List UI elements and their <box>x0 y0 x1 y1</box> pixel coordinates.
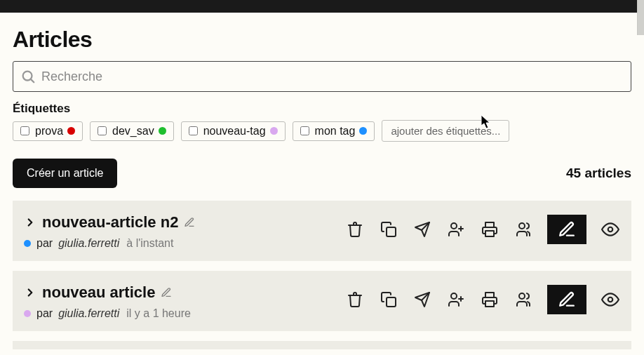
tag-color-dot <box>359 127 367 135</box>
article-card: nouveau-article n2 par giulia.ferretti à… <box>13 201 631 261</box>
tag-label: dev_sav <box>112 125 154 138</box>
timestamp: il y a 1 heure <box>126 307 191 320</box>
by-label: par <box>36 237 53 250</box>
create-article-button[interactable]: Créer un article <box>13 159 117 188</box>
edit-button[interactable] <box>547 215 586 244</box>
scrollbar[interactable] <box>637 0 644 35</box>
edit-button[interactable] <box>547 285 586 314</box>
svg-point-10 <box>608 227 613 232</box>
article-card <box>13 341 631 349</box>
article-meta: par giulia.ferretti à l'instant <box>24 237 195 250</box>
search-placeholder: Recherche <box>41 69 624 84</box>
tag-label: prova <box>35 125 63 138</box>
search-input[interactable]: Recherche <box>13 61 631 92</box>
page-title: Articles <box>13 27 631 53</box>
svg-point-14 <box>451 293 457 299</box>
add-tags-button[interactable]: ajouter des étiquettes... <box>382 120 509 142</box>
svg-point-5 <box>451 223 457 229</box>
tags-row: prova dev_sav nouveau-tag mon tag ajoute… <box>13 120 631 142</box>
delete-icon[interactable] <box>345 290 365 309</box>
author-name: giulia.ferretti <box>58 237 119 250</box>
article-card: nouveau article par giulia.ferretti il y… <box>13 271 631 331</box>
tag-color-dot <box>24 240 31 247</box>
tag-checkbox[interactable] <box>20 126 29 135</box>
tag-checkbox[interactable] <box>98 126 107 135</box>
duplicate-icon[interactable] <box>379 290 398 309</box>
send-icon[interactable] <box>412 220 432 239</box>
svg-rect-17 <box>485 301 494 307</box>
svg-rect-11 <box>387 297 396 307</box>
tag-chip-nouveau-tag[interactable]: nouveau-tag <box>181 121 286 141</box>
print-icon[interactable] <box>480 290 499 309</box>
article-title[interactable]: nouveau article <box>42 283 155 302</box>
svg-point-18 <box>519 293 525 299</box>
edit-title-icon[interactable] <box>184 217 195 228</box>
article-actions <box>345 283 620 314</box>
delete-icon[interactable] <box>345 220 365 239</box>
article-count: 45 articles <box>566 166 631 181</box>
preview-icon[interactable] <box>601 290 620 309</box>
tag-checkbox[interactable] <box>189 126 198 135</box>
send-icon[interactable] <box>412 290 432 309</box>
tag-label: nouveau-tag <box>203 125 266 138</box>
preview-icon[interactable] <box>601 220 620 239</box>
svg-point-19 <box>608 297 613 302</box>
author-name: giulia.ferretti <box>58 307 119 320</box>
svg-point-9 <box>519 223 525 229</box>
article-actions <box>345 213 620 244</box>
add-user-icon[interactable] <box>446 220 466 239</box>
tag-color-dot <box>270 127 278 135</box>
tag-chip-dev-sav[interactable]: dev_sav <box>90 121 174 141</box>
tag-label: mon tag <box>315 125 356 138</box>
article-meta: par giulia.ferretti il y a 1 heure <box>24 307 191 320</box>
svg-rect-8 <box>485 231 494 236</box>
by-label: par <box>36 307 53 320</box>
timestamp: à l'instant <box>126 237 173 250</box>
tag-chip-prova[interactable]: prova <box>13 121 83 141</box>
users-icon[interactable] <box>514 290 533 309</box>
tag-color-dot <box>67 127 75 135</box>
tag-color-dot <box>24 310 31 317</box>
article-title[interactable]: nouveau-article n2 <box>42 213 178 232</box>
svg-rect-2 <box>387 227 396 236</box>
edit-title-icon[interactable] <box>161 287 172 298</box>
tag-chip-mon-tag[interactable]: mon tag <box>293 121 375 141</box>
chevron-right-icon[interactable] <box>24 286 36 299</box>
svg-line-1 <box>31 79 34 82</box>
print-icon[interactable] <box>480 220 499 239</box>
tag-color-dot <box>159 127 166 135</box>
search-icon <box>20 69 36 84</box>
chevron-right-icon[interactable] <box>24 216 36 229</box>
tags-section-label: Étiquettes <box>13 102 631 116</box>
tag-checkbox[interactable] <box>300 126 309 135</box>
window-titlebar <box>0 0 644 13</box>
duplicate-icon[interactable] <box>379 220 398 239</box>
users-icon[interactable] <box>514 220 533 239</box>
add-user-icon[interactable] <box>446 290 466 309</box>
